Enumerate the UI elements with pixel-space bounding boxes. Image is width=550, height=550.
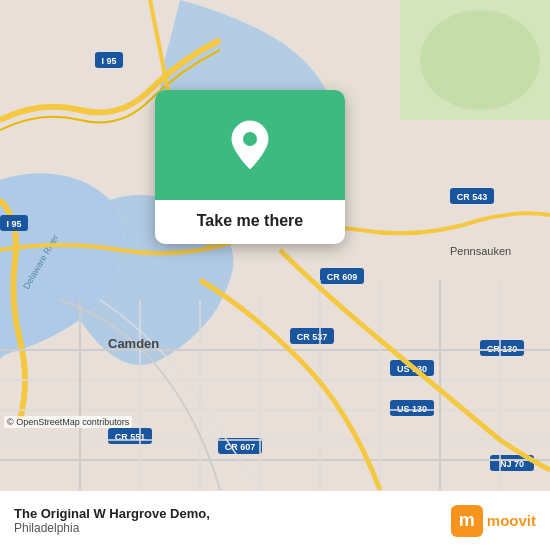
svg-point-37 — [420, 10, 540, 110]
svg-point-41 — [243, 132, 257, 146]
svg-text:CR 543: CR 543 — [457, 192, 488, 202]
svg-text:I 95: I 95 — [101, 56, 116, 66]
svg-text:CR 537: CR 537 — [297, 332, 328, 342]
svg-text:I 95: I 95 — [6, 219, 21, 229]
svg-text:Pennsauken: Pennsauken — [450, 245, 511, 257]
popup-header — [155, 90, 345, 200]
popup-card: Take me there — [155, 90, 345, 244]
svg-text:Camden: Camden — [108, 336, 159, 351]
place-name: The Original W Hargrove Demo, — [14, 506, 210, 521]
map-container: I 95 I 95 CR 543 CR 609 CR 537 US 130 US… — [0, 0, 550, 490]
place-info: The Original W Hargrove Demo, Philadelph… — [14, 506, 210, 535]
svg-text:US 130: US 130 — [397, 404, 427, 414]
svg-text:CR 609: CR 609 — [327, 272, 358, 282]
location-pin-icon — [228, 119, 272, 171]
moovit-logo[interactable]: m moovit — [451, 505, 536, 537]
moovit-m-icon: m — [451, 505, 483, 537]
copyright-notice: © OpenStreetMap contributors — [4, 416, 132, 428]
popup-footer: Take me there — [181, 200, 319, 244]
place-location: Philadelphia — [14, 521, 210, 535]
moovit-brand-text: moovit — [487, 512, 536, 529]
take-me-there-button[interactable]: Take me there — [197, 210, 303, 232]
info-bar: The Original W Hargrove Demo, Philadelph… — [0, 490, 550, 550]
